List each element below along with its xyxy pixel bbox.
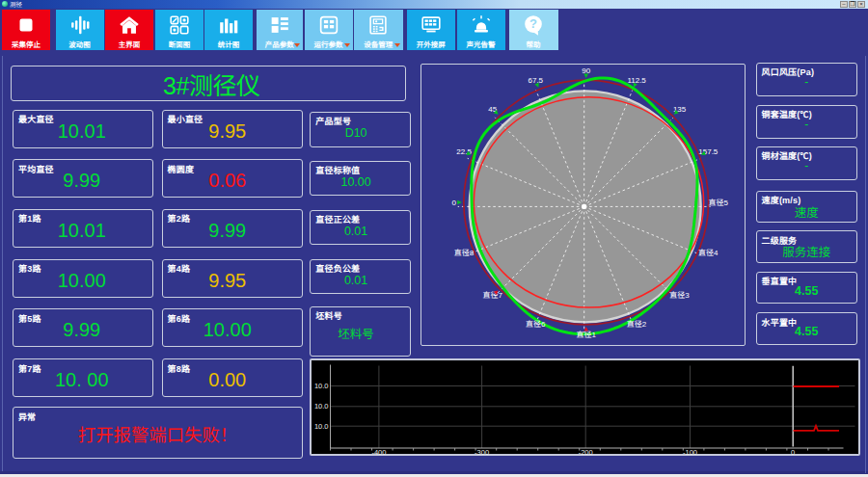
svg-text:10.0: 10.0 bbox=[313, 382, 328, 390]
svg-text:-300: -300 bbox=[475, 447, 489, 454]
svg-text:0: 0 bbox=[791, 447, 795, 454]
svg-text:-400: -400 bbox=[371, 447, 386, 454]
svg-text:直径8: 直径8 bbox=[454, 249, 475, 257]
svg-text:直径7: 直径7 bbox=[482, 291, 502, 300]
svg-text:112.5: 112.5 bbox=[627, 76, 646, 85]
svg-text:直径6: 直径6 bbox=[526, 320, 546, 329]
svg-text:直径3: 直径3 bbox=[669, 291, 690, 300]
svg-text:-200: -200 bbox=[578, 447, 592, 454]
svg-text:0: 0 bbox=[451, 198, 456, 206]
svg-text:?: ? bbox=[529, 16, 537, 31]
svg-text:直径2: 直径2 bbox=[627, 320, 647, 329]
svg-text:直径4: 直径4 bbox=[698, 249, 719, 257]
svg-text:-100: -100 bbox=[682, 447, 696, 454]
svg-text:10.0: 10.0 bbox=[313, 421, 328, 430]
svg-text:157.5: 157.5 bbox=[698, 147, 719, 156]
svg-text:67.5: 67.5 bbox=[528, 76, 543, 85]
svg-text:直径5: 直径5 bbox=[708, 198, 728, 206]
svg-text:直径1: 直径1 bbox=[576, 330, 596, 338]
svg-text:22.5: 22.5 bbox=[456, 147, 472, 156]
svg-text:90: 90 bbox=[582, 66, 590, 74]
svg-text:10.0: 10.0 bbox=[313, 402, 328, 411]
